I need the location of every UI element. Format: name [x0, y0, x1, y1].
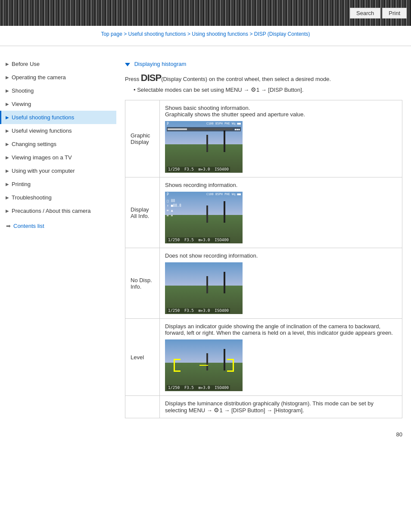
arrow-icon: ▶	[6, 62, 9, 66]
sidebar-item-troubleshooting[interactable]: ▶ Troubleshooting	[0, 191, 116, 204]
arrow-icon: ▶	[6, 195, 9, 200]
sidebar-label: Viewing	[12, 101, 31, 107]
breadcrumb-top-page[interactable]: Top page	[101, 31, 122, 37]
row-label: Level	[125, 319, 160, 396]
content-area: Displaying histogram Press DISP(Display …	[116, 53, 411, 427]
gear-icon: ⚙	[214, 407, 219, 414]
sidebar-item-useful-viewing[interactable]: ▶ Useful viewing functions	[0, 124, 116, 137]
row-label: GraphicDisplay	[125, 100, 160, 177]
bullet-point: • Selectable modes can be set using MENU…	[134, 86, 402, 93]
intro-paragraph: Press DISP(Display Contents) on the cont…	[125, 72, 402, 84]
camera-preview-graphic: P C100 B5PH PHE Wq ■■ ■■■ 1/250 F3.5 ⊠+3…	[165, 121, 243, 173]
display-table: GraphicDisplay Shows basic shooting info…	[125, 100, 402, 418]
print-button[interactable]: Print	[382, 8, 407, 19]
sidebar-label: Operating the camera	[12, 74, 66, 81]
row-label: No Disp.Info.	[125, 248, 160, 319]
main-layout: ▶ Before Use ▶ Operating the camera ▶ Sh…	[0, 53, 411, 427]
disp-label: DISP	[141, 72, 161, 83]
row-desc: Displays the luminance distribution grap…	[160, 396, 402, 418]
sidebar-label: Before Use	[12, 61, 40, 67]
level-bracket-right	[227, 359, 234, 372]
arrow-icon: ▶	[6, 142, 9, 146]
sidebar-item-precautions[interactable]: ▶ Precautions / About this camera	[0, 204, 116, 218]
arrow-icon: ▶	[6, 155, 9, 160]
camera-preview-level: 1/250 F3.5 ⊠+3.0 ISO400	[165, 339, 243, 391]
row-desc: Displays an indicator guide showing the …	[160, 319, 402, 396]
gear-icon: ⚙	[251, 86, 256, 93]
page-number: 80	[0, 427, 411, 442]
arrow-icon: ▶	[6, 168, 9, 173]
breadcrumb: Top page > Useful shooting functions > U…	[0, 26, 411, 42]
sidebar-item-printing[interactable]: ▶ Printing	[0, 177, 116, 191]
sidebar-label: Useful viewing functions	[12, 128, 72, 134]
row-desc: Does not show recording information. 1/2…	[160, 248, 402, 319]
search-button[interactable]: Search	[350, 8, 380, 19]
sidebar-item-operating-camera[interactable]: ▶ Operating the camera	[0, 71, 116, 84]
sidebar-item-useful-shooting[interactable]: ▶ Useful shooting functions	[0, 111, 116, 124]
sidebar-label: Troubleshooting	[12, 194, 52, 201]
sidebar-item-shooting[interactable]: ▶ Shooting	[0, 84, 116, 97]
section-title: Displaying histogram	[125, 61, 402, 67]
header-bar: Search Print	[0, 0, 411, 26]
row-desc: Shows basic shooting information.Graphic…	[160, 100, 402, 177]
camera-preview-nodisp: 1/250 F3.5 ⊠+3.0 ISO400	[165, 262, 243, 314]
sidebar-label: Useful shooting functions	[12, 114, 74, 121]
sidebar-item-viewing-tv[interactable]: ▶ Viewing images on a TV	[0, 151, 116, 164]
contents-list-label: Contents list	[13, 223, 44, 229]
arrow-icon: ▶	[6, 88, 9, 93]
level-center-line	[199, 365, 208, 366]
header-divider	[0, 46, 411, 46]
camera-preview-allinfo: P C100 B5PH PHE Wq ■■ □ 88 ↑ ■88.8 ≡ ▲ ≡…	[165, 192, 243, 243]
contents-list-link[interactable]: ➡ Contents list	[0, 219, 116, 233]
sidebar-label: Printing	[12, 181, 31, 187]
sidebar-label: Precautions / About this camera	[12, 208, 91, 214]
arrow-icon: ▶	[6, 115, 9, 120]
row-label	[125, 396, 160, 418]
sidebar-label: Viewing images on a TV	[12, 154, 72, 161]
arrow-icon: ▶	[6, 102, 9, 106]
arrow-icon: ▶	[6, 75, 9, 80]
level-bracket-left	[174, 359, 181, 372]
sidebar-label: Shooting	[12, 87, 34, 94]
table-row: Level Displays an indicator guide showin…	[125, 319, 402, 396]
row-desc: Shows recording information. P C100 B5PH…	[160, 177, 402, 248]
arrow-icon: ▶	[6, 208, 9, 213]
sidebar-item-changing-settings[interactable]: ▶ Changing settings	[0, 137, 116, 151]
arrow-icon: ▶	[6, 182, 9, 187]
breadcrumb-using-shooting[interactable]: Using shooting functions	[192, 31, 248, 37]
sidebar-item-using-computer[interactable]: ▶ Using with your computer	[0, 164, 116, 177]
arrow-icon: ▶	[6, 128, 9, 133]
sidebar-item-viewing[interactable]: ▶ Viewing	[0, 97, 116, 111]
breadcrumb-current: DISP (Display Contents)	[254, 31, 310, 37]
arrow-right-icon: ➡	[6, 223, 11, 229]
triangle-icon	[125, 63, 130, 66]
table-row: No Disp.Info. Does not show recording in…	[125, 248, 402, 319]
row-label: DisplayAll Info.	[125, 177, 160, 248]
sidebar-label: Using with your computer	[12, 168, 75, 174]
breadcrumb-useful-shooting[interactable]: Useful shooting functions	[128, 31, 186, 37]
table-row: DisplayAll Info. Shows recording informa…	[125, 177, 402, 248]
sidebar-label: Changing settings	[12, 141, 56, 147]
header-buttons: Search Print	[350, 8, 407, 19]
table-row: Displays the luminance distribution grap…	[125, 396, 402, 418]
table-row: GraphicDisplay Shows basic shooting info…	[125, 100, 402, 177]
sidebar: ▶ Before Use ▶ Operating the camera ▶ Sh…	[0, 53, 116, 427]
sidebar-item-before-use[interactable]: ▶ Before Use	[0, 57, 116, 71]
